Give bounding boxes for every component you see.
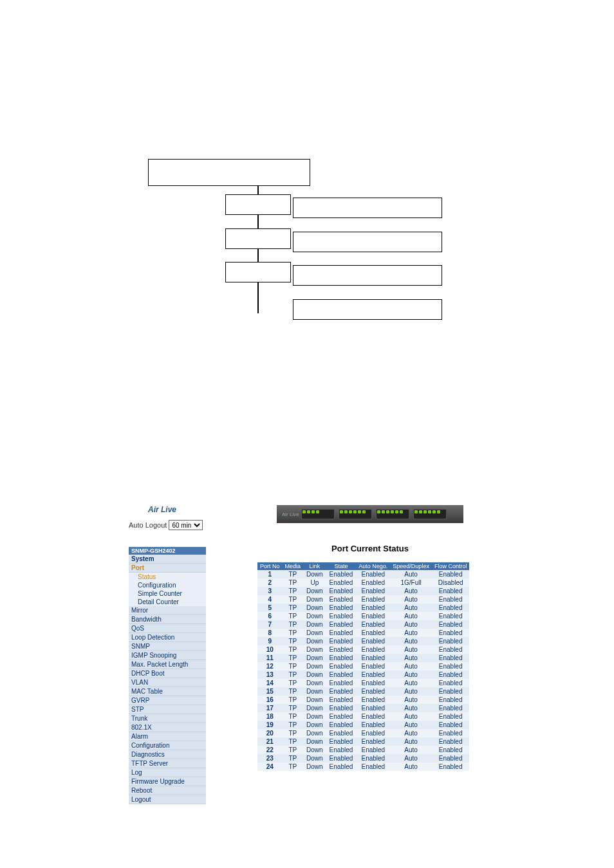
cell-spd: Auto: [390, 679, 432, 687]
sidebar-item[interactable]: Trunk: [129, 714, 206, 723]
sidebar-item[interactable]: STP: [129, 705, 206, 714]
cell-flow: Enabled: [432, 587, 470, 595]
sidebar-item[interactable]: Loop Detection: [129, 633, 206, 642]
sidebar-item[interactable]: Configuration: [129, 581, 206, 589]
cell-port: 9: [257, 637, 283, 645]
cell-spd: Auto: [390, 729, 432, 737]
sidebar-item[interactable]: Simple Counter: [129, 589, 206, 598]
cell-spd: Auto: [390, 654, 432, 662]
sidebar-item[interactable]: Port: [129, 564, 206, 573]
table-row[interactable]: 10TPDownEnabledEnabledAutoEnabled: [257, 645, 469, 654]
table-row[interactable]: 11TPDownEnabledEnabledAutoEnabled: [257, 654, 469, 662]
sidebar-item[interactable]: Configuration: [129, 741, 206, 750]
cell-nego: Enabled: [356, 637, 390, 645]
cell-flow: Enabled: [432, 612, 470, 620]
sidebar-item[interactable]: SNMP: [129, 642, 206, 651]
cell-port: 1: [257, 570, 283, 578]
sidebar-item[interactable]: System: [129, 555, 206, 564]
sidebar-item[interactable]: DHCP Boot: [129, 669, 206, 678]
table-row[interactable]: 3TPDownEnabledEnabledAutoEnabled: [257, 587, 469, 595]
sidebar-item[interactable]: 802.1X: [129, 723, 206, 732]
sidebar-item[interactable]: MAC Table: [129, 687, 206, 696]
table-row[interactable]: 6TPDownEnabledEnabledAutoEnabled: [257, 612, 469, 620]
cell-state: Enabled: [326, 645, 357, 654]
table-row[interactable]: 2TPUpEnabledEnabled1G/FullDisabled: [257, 578, 469, 587]
table-row[interactable]: 13TPDownEnabledEnabledAutoEnabled: [257, 670, 469, 679]
sidebar-item[interactable]: Status: [129, 573, 206, 581]
sidebar-item[interactable]: Max. Packet Length: [129, 660, 206, 669]
sidebar-item[interactable]: IGMP Snooping: [129, 651, 206, 660]
column-header: State: [326, 562, 357, 570]
cell-flow: Disabled: [432, 578, 470, 587]
table-row[interactable]: 12TPDownEnabledEnabledAutoEnabled: [257, 662, 469, 670]
sidebar-item[interactable]: Reboot: [129, 786, 206, 795]
diagram-box: [293, 232, 442, 252]
cell-flow: Enabled: [432, 604, 470, 612]
cell-media: TP: [283, 587, 304, 595]
sidebar-item[interactable]: Firmware Upgrade: [129, 777, 206, 786]
cell-link: Down: [303, 662, 326, 670]
cell-nego: Enabled: [356, 570, 390, 578]
sidebar-item[interactable]: Detail Counter: [129, 598, 206, 606]
cell-flow: Enabled: [432, 620, 470, 629]
cell-nego: Enabled: [356, 696, 390, 704]
cell-state: Enabled: [326, 746, 357, 754]
table-row[interactable]: 24TPDownEnabledEnabledAutoEnabled: [257, 762, 469, 771]
cell-port: 14: [257, 679, 283, 687]
sidebar-item[interactable]: Log: [129, 768, 206, 777]
cell-media: TP: [283, 696, 304, 704]
cell-spd: Auto: [390, 687, 432, 696]
table-row[interactable]: 7TPDownEnabledEnabledAutoEnabled: [257, 620, 469, 629]
cell-media: TP: [283, 754, 304, 762]
cell-port: 17: [257, 704, 283, 712]
cell-link: Down: [303, 754, 326, 762]
sidebar-item[interactable]: GVRP: [129, 696, 206, 705]
table-row[interactable]: 16TPDownEnabledEnabledAutoEnabled: [257, 696, 469, 704]
table-row[interactable]: 9TPDownEnabledEnabledAutoEnabled: [257, 637, 469, 645]
cell-link: Down: [303, 629, 326, 637]
table-row[interactable]: 4TPDownEnabledEnabledAutoEnabled: [257, 595, 469, 604]
cell-link: Down: [303, 729, 326, 737]
auto-logout-select[interactable]: 60 min: [169, 520, 203, 530]
cell-nego: Enabled: [356, 612, 390, 620]
sidebar-item[interactable]: VLAN: [129, 678, 206, 687]
cell-nego: Enabled: [356, 704, 390, 712]
diagram-box: [225, 194, 291, 215]
diagram-box: [148, 159, 310, 186]
sidebar-item[interactable]: Alarm: [129, 732, 206, 741]
table-row[interactable]: 1TPDownEnabledEnabledAutoEnabled: [257, 570, 469, 578]
table-row[interactable]: 21TPDownEnabledEnabledAutoEnabled: [257, 737, 469, 746]
port-block: [413, 509, 447, 519]
table-row[interactable]: 17TPDownEnabledEnabledAutoEnabled: [257, 704, 469, 712]
cell-state: Enabled: [326, 654, 357, 662]
table-row[interactable]: 22TPDownEnabledEnabledAutoEnabled: [257, 746, 469, 754]
table-row[interactable]: 18TPDownEnabledEnabledAutoEnabled: [257, 712, 469, 721]
table-row[interactable]: 14TPDownEnabledEnabledAutoEnabled: [257, 679, 469, 687]
cell-link: Down: [303, 696, 326, 704]
sidebar-item[interactable]: Bandwidth: [129, 615, 206, 624]
table-row[interactable]: 15TPDownEnabledEnabledAutoEnabled: [257, 687, 469, 696]
cell-state: Enabled: [326, 612, 357, 620]
sidebar-item[interactable]: TFTP Server: [129, 759, 206, 768]
table-row[interactable]: 23TPDownEnabledEnabledAutoEnabled: [257, 754, 469, 762]
brand-logo: Air Live: [148, 505, 200, 514]
table-row[interactable]: 19TPDownEnabledEnabledAutoEnabled: [257, 721, 469, 729]
table-row[interactable]: 5TPDownEnabledEnabledAutoEnabled: [257, 604, 469, 612]
sidebar-item[interactable]: Diagnostics: [129, 750, 206, 759]
cell-flow: Enabled: [432, 687, 470, 696]
sidebar-item[interactable]: QoS: [129, 624, 206, 633]
cell-media: TP: [283, 637, 304, 645]
diagram-box: [225, 262, 291, 282]
table-row[interactable]: 8TPDownEnabledEnabledAutoEnabled: [257, 629, 469, 637]
sidebar-item[interactable]: Logout: [129, 795, 206, 804]
cell-link: Down: [303, 637, 326, 645]
cell-state: Enabled: [326, 721, 357, 729]
table-row[interactable]: 20TPDownEnabledEnabledAutoEnabled: [257, 729, 469, 737]
cell-link: Down: [303, 687, 326, 696]
cell-spd: Auto: [390, 746, 432, 754]
diagram-box: [293, 299, 442, 320]
cell-flow: Enabled: [432, 645, 470, 654]
sidebar-item[interactable]: Mirror: [129, 606, 206, 615]
cell-link: Down: [303, 620, 326, 629]
cell-spd: Auto: [390, 737, 432, 746]
